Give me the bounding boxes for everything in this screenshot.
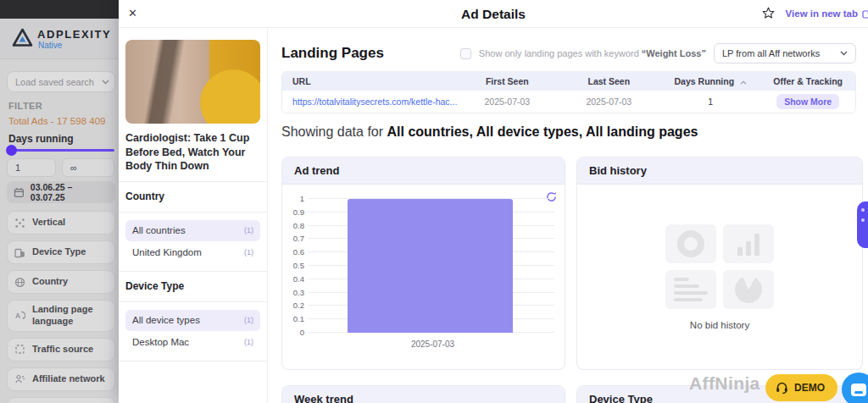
showing-data-prefix: Showing data for: [281, 124, 387, 139]
external-link-icon: [862, 8, 868, 19]
adplexity-logo-icon: [11, 27, 34, 48]
aff-network-dropdown-value: LP from all Aff networks: [722, 48, 820, 58]
adplexity-logo-area: ADPLEXITY Native: [0, 19, 119, 59]
affiliate-network-icon: [14, 373, 25, 384]
keyword-filter-label: Show only landing pages with keyword“Wei…: [479, 48, 706, 58]
sidebar-filter-label: Affiliate network: [32, 373, 105, 385]
demo-button-label: DEMO: [794, 382, 825, 394]
show-more-button[interactable]: Show More: [776, 94, 839, 109]
week-trend-panel: Week trend: [281, 385, 565, 403]
date-range-picker[interactable]: 03.06.25 – 03.07.25: [7, 181, 115, 203]
days-running-slider-knob[interactable]: [6, 145, 17, 156]
keyword-filter-text: Show only landing pages with keyword: [479, 48, 639, 58]
sidebar-filter-label: Country: [32, 276, 68, 288]
sort-ascending-icon: [740, 80, 747, 85]
facet-item-all-countries[interactable]: All countries (1): [125, 220, 260, 241]
y-tick-label: 0.6: [293, 247, 304, 257]
chat-icon: [851, 384, 866, 396]
feedback-side-tab[interactable]: [857, 202, 868, 248]
load-saved-search-placeholder: Load saved search: [15, 77, 94, 87]
sidebar-filter-label: Device Type: [32, 246, 86, 258]
divider: [119, 271, 267, 272]
y-tick-label: 0.8: [293, 221, 304, 230]
total-ads-count: Total Ads - 17 598 409: [8, 116, 105, 126]
facet-item-all-device-types[interactable]: All device types (1): [125, 310, 260, 331]
no-bid-history-text: No bid history: [690, 320, 749, 330]
sidebar-filter-list: Vertical Device Type Country A: [7, 211, 115, 403]
divider: [119, 181, 267, 182]
y-tick-label: 0.3: [293, 288, 304, 297]
sidebar-filter-vertical[interactable]: Vertical: [7, 211, 115, 235]
demo-button[interactable]: DEMO: [765, 374, 837, 401]
column-header-first-seen[interactable]: First Seen: [457, 76, 557, 86]
keyword-filter-checkbox[interactable]: [460, 48, 471, 59]
sidebar-filter-landing-page-language[interactable]: A Landing page language: [7, 300, 115, 332]
svg-text:A: A: [15, 312, 20, 320]
divider: [119, 301, 267, 302]
bid-history-panel: Bid history No bid history: [576, 157, 863, 370]
days-running-value: 1: [660, 97, 760, 107]
days-min-input[interactable]: 1: [7, 158, 56, 177]
showing-data-scope: All countries, All device types, All lan…: [387, 124, 698, 139]
landing-page-url-link[interactable]: https://totalvitalitysecrets.com/kettle-…: [292, 97, 457, 107]
landing-pages-title: Landing Pages: [281, 45, 384, 62]
ad-creative-image[interactable]: [125, 40, 260, 124]
days-running-label: Days running: [8, 133, 74, 145]
y-tick-label: 0: [300, 328, 304, 337]
trend-bar: [348, 199, 513, 333]
column-header-last-seen[interactable]: Last Seen: [557, 76, 660, 86]
days-running-slider-track[interactable]: [8, 149, 114, 152]
landing-pages-controls: Show only landing pages with keyword“Wei…: [460, 43, 856, 63]
y-tick-label: 1: [300, 194, 304, 203]
showing-data-summary: Showing data for All countries, All devi…: [281, 124, 698, 140]
browser-top-strip: [0, 0, 119, 19]
chat-button[interactable]: [842, 373, 868, 403]
sidebar-filter-country[interactable]: Country: [7, 270, 115, 294]
sidebar-filter-traffic-source[interactable]: Traffic source: [7, 338, 115, 362]
view-in-new-tab-link[interactable]: View in new tab: [786, 8, 868, 19]
sidebar-filter-affiliate-network[interactable]: Affiliate network: [7, 367, 115, 391]
column-header-days-running[interactable]: Days Running: [660, 76, 760, 86]
modal-header: ✕ Ad Details View in new tab: [119, 0, 868, 28]
column-header-offer-tracking[interactable]: Offer & Tracking: [760, 76, 855, 86]
ad-details-modal: ✕ Ad Details View in new tab Cardiologis…: [119, 0, 868, 403]
facet-item-label: All countries: [132, 225, 186, 235]
bar-chart-placeholder-icon: [723, 224, 774, 263]
facet-item-label: Desktop Mac: [132, 337, 189, 347]
view-in-new-tab-label: View in new tab: [786, 8, 858, 19]
sidebar-filter-item-partial[interactable]: [7, 397, 115, 403]
ad-trend-panel: Ad trend 00.10.20.30.40.50.60.70.80.91 2…: [281, 157, 565, 370]
date-range-value: 03.06.25 – 03.07.25: [31, 182, 108, 202]
facet-item-united-kingdom[interactable]: United Kingdom (1): [125, 242, 260, 263]
panels-row-top: Ad trend 00.10.20.30.40.50.60.70.80.91 2…: [281, 157, 863, 370]
first-seen-value: 2025-07-03: [457, 97, 557, 107]
week-trend-panel-title: Week trend: [282, 386, 565, 403]
y-tick-label: 0.2: [293, 301, 304, 310]
ad-trend-panel-title: Ad trend: [282, 157, 565, 185]
landing-pages-header-row: Landing Pages Show only landing pages wi…: [281, 43, 856, 63]
facet-item-label: All device types: [132, 315, 200, 325]
ad-trend-chart: 00.10.20.30.40.50.60.70.80.91: [282, 185, 565, 333]
affninja-watermark: AffNinja: [689, 373, 760, 394]
keyword-value: “Weight Loss”: [642, 48, 706, 58]
facet-item-count: (1): [244, 316, 253, 324]
traffic-source-icon: [14, 344, 25, 355]
modal-header-actions: View in new tab: [761, 6, 868, 20]
table-row: https://totalvitalitysecrets.com/kettle-…: [282, 91, 855, 113]
divider: [119, 212, 267, 213]
ad-summary-panel: Cardiologist: Take 1 Cup Before Bed, Wat…: [119, 29, 268, 403]
chevron-down-icon: [840, 51, 848, 56]
sidebar-filter-label: Vertical: [32, 217, 65, 229]
days-max-input[interactable]: ∞: [62, 158, 114, 177]
load-saved-search-input[interactable]: Load saved search: [7, 71, 115, 92]
star-icon[interactable]: [761, 6, 776, 20]
aff-network-dropdown[interactable]: LP from all Aff networks: [714, 43, 856, 63]
facet-heading-device-type: Device Type: [125, 279, 260, 294]
brand-product: Native: [38, 41, 62, 50]
column-header-url[interactable]: URL: [282, 76, 457, 86]
facet-item-desktop-mac[interactable]: Desktop Mac (1): [125, 332, 260, 353]
pie-chart-placeholder-icon: [723, 270, 774, 309]
donut-chart-placeholder-icon: [665, 224, 716, 263]
headset-icon: [775, 381, 789, 395]
sidebar-filter-device-type[interactable]: Device Type: [7, 240, 115, 264]
